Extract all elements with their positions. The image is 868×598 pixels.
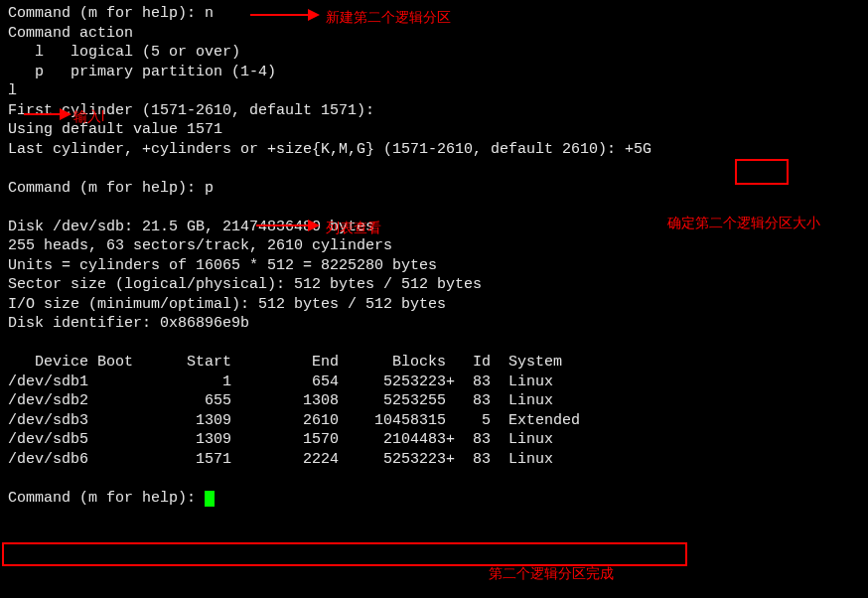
highlight-box-row bbox=[2, 542, 687, 566]
disk-identifier: Disk identifier: 0x86896e9b bbox=[8, 314, 860, 334]
option-primary: p primary partition (1-4) bbox=[8, 63, 860, 82]
prompt: Command (m for help): bbox=[8, 5, 205, 22]
sector-info: Sector size (logical/physical): 512 byte… bbox=[8, 275, 860, 295]
user-input-n: n bbox=[205, 5, 214, 22]
terminal-output: Command (m for help): n Command action l… bbox=[8, 4, 860, 508]
annotation-list-view: 列表查看 bbox=[326, 219, 381, 236]
table-row: /dev/sdb5 1309 1570 2104483+ 83 Linux bbox=[8, 430, 860, 450]
io-info: I/O size (minimum/optimal): 512 bytes / … bbox=[8, 295, 860, 315]
cursor-icon[interactable] bbox=[205, 491, 215, 507]
table-row: /dev/sdb6 1571 2224 5253223+ 83 Linux bbox=[8, 450, 860, 470]
user-input-p: p bbox=[205, 180, 214, 197]
using-default-line: Using default value 1571 bbox=[8, 120, 860, 140]
first-cylinder-line: First cylinder (1571-2610, default 1571)… bbox=[8, 101, 860, 121]
annotation-partition-done: 第二个逻辑分区完成 bbox=[489, 564, 614, 582]
table-row: /dev/sdb2 655 1308 5253255 83 Linux bbox=[8, 391, 860, 411]
heads-info: 255 heads, 63 sectors/track, 2610 cylind… bbox=[8, 236, 860, 256]
prompt: Command (m for help): bbox=[8, 180, 205, 197]
table-row: /dev/sdb1 1 654 5253223+ 83 Linux bbox=[8, 373, 860, 392]
table-header: Device Boot Start End Blocks Id System bbox=[8, 353, 860, 373]
option-logical: l logical (5 or over) bbox=[8, 43, 860, 63]
units-info: Units = cylinders of 16065 * 512 = 82252… bbox=[8, 256, 860, 276]
table-row: /dev/sdb3 1309 2610 10458315 5 Extended bbox=[8, 411, 860, 431]
annotation-new-partition: 新建第二个逻辑分区 bbox=[326, 8, 451, 26]
last-cylinder-line: Last cylinder, +cylinders or +size{K,M,G… bbox=[8, 141, 625, 158]
user-input-size: +5G bbox=[625, 141, 651, 158]
user-input-l: l bbox=[8, 81, 860, 101]
annotation-input-l: 输入l bbox=[73, 107, 104, 125]
prompt: Command (m for help): bbox=[8, 490, 205, 507]
command-action-header: Command action bbox=[8, 24, 860, 44]
annotation-confirm-size: 确定第二个逻辑分区大小 bbox=[667, 214, 820, 231]
